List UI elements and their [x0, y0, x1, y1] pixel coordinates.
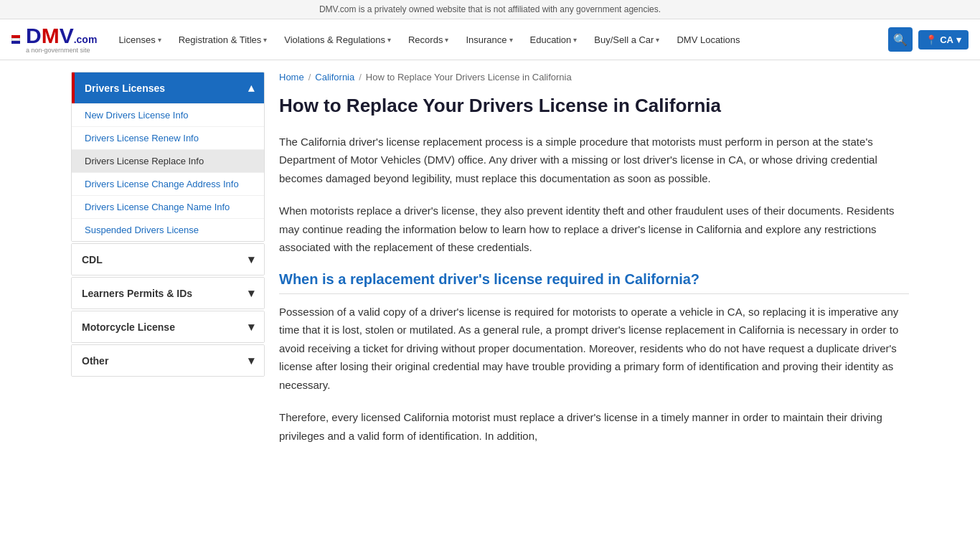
sidebar-label-drivers-licenses: Drivers Licenses [85, 83, 165, 94]
section1-paragraph-1: Possession of a valid copy of a driver's… [279, 303, 909, 395]
nav-violations[interactable]: Violations & Regulations ▾ [277, 29, 398, 51]
motorcycle-chevron: ▾ [248, 320, 254, 334]
breadcrumb: Home / California / How to Replace Your … [279, 72, 909, 83]
sidebar-header-other[interactable]: Other ▾ [72, 345, 264, 376]
sidebar-item-new-dl[interactable]: New Drivers License Info [72, 103, 264, 126]
nav-insurance[interactable]: Insurance ▾ [458, 29, 519, 51]
sidebar-label-cdl: CDL [82, 254, 103, 265]
logo-m: M [42, 25, 60, 47]
section1-paragraph-2: Therefore, every licensed California mot… [279, 408, 909, 445]
sidebar-section-cdl: CDL ▾ [71, 243, 265, 276]
announcement-text: DMV.com is a privately owned website tha… [319, 4, 661, 14]
sidebar-section-learners: Learners Permits & IDs ▾ [71, 277, 265, 309]
logo-com: .com [74, 34, 98, 44]
logo-sub: a non-government site [26, 47, 90, 54]
page-layout: Drivers Licenses ▴ New Drivers License I… [60, 60, 920, 471]
buysell-chevron: ▾ [656, 36, 659, 44]
sidebar-item-renew-dl[interactable]: Drivers License Renew Info [72, 126, 264, 149]
nav-buysell[interactable]: Buy/Sell a Car ▾ [587, 29, 666, 51]
location-label: CA [940, 34, 953, 45]
nav-registration[interactable]: Registration & Titles ▾ [171, 29, 275, 51]
cdl-chevron: ▾ [248, 253, 254, 266]
sidebar-submenu-drivers-licenses: New Drivers License Info Drivers License… [72, 103, 264, 241]
licenses-chevron: ▾ [158, 36, 161, 44]
education-chevron: ▾ [573, 36, 577, 44]
logo-d: D [26, 25, 42, 47]
intro-paragraph-2: When motorists replace a driver's licens… [279, 202, 909, 257]
nav-education[interactable]: Education ▾ [523, 29, 585, 51]
sidebar-item-change-name-dl[interactable]: Drivers License Change Name Info [72, 195, 264, 218]
search-icon: 🔍 [893, 33, 908, 47]
location-icon: 📍 [925, 34, 937, 45]
intro-paragraph-1: The California driver's license replacem… [279, 133, 909, 188]
sidebar-section-motorcycle: Motorcycle License ▾ [71, 311, 265, 343]
sidebar-section-other: Other ▾ [71, 344, 265, 377]
breadcrumb-state[interactable]: California [315, 72, 354, 83]
sidebar-header-drivers-licenses[interactable]: Drivers Licenses ▴ [72, 72, 264, 103]
drivers-licenses-chevron: ▴ [248, 81, 254, 95]
violations-chevron: ▾ [387, 36, 391, 44]
logo-area[interactable]: D M V .com a non-government site [11, 25, 97, 54]
sidebar-label-learners: Learners Permits & IDs [82, 288, 192, 299]
breadcrumb-current: How to Replace Your Drivers License in C… [366, 72, 572, 83]
nav-licenses[interactable]: Licenses ▾ [111, 29, 168, 51]
main-content: Home / California / How to Replace Your … [279, 72, 909, 459]
breadcrumb-sep-1: / [308, 72, 311, 83]
sidebar-label-other: Other [82, 355, 108, 367]
location-chevron: ▾ [956, 34, 961, 45]
logo-v: V [60, 25, 74, 47]
nav-locations[interactable]: DMV Locations [669, 29, 747, 51]
breadcrumb-home[interactable]: Home [279, 72, 304, 83]
header-right: 🔍 📍 CA ▾ [888, 27, 969, 52]
insurance-chevron: ▾ [509, 36, 513, 44]
main-nav: Licenses ▾ Registration & Titles ▾ Viola… [111, 29, 882, 51]
sidebar-header-motorcycle[interactable]: Motorcycle License ▾ [72, 311, 264, 342]
sidebar-header-cdl[interactable]: CDL ▾ [72, 244, 264, 275]
sidebar-header-learners[interactable]: Learners Permits & IDs ▾ [72, 278, 264, 309]
other-chevron: ▾ [248, 354, 254, 367]
registration-chevron: ▾ [263, 36, 267, 44]
sidebar-item-suspended-dl[interactable]: Suspended Drivers License [72, 218, 264, 241]
page-title: How to Replace Your Drivers License in C… [279, 94, 909, 118]
announcement-bar: DMV.com is a privately owned website tha… [0, 0, 980, 19]
sidebar-item-change-address-dl[interactable]: Drivers License Change Address Info [72, 172, 264, 195]
records-chevron: ▾ [445, 36, 448, 44]
section1-heading: When is a replacement driver's license r… [279, 271, 909, 294]
location-button[interactable]: 📍 CA ▾ [918, 30, 969, 50]
sidebar: Drivers Licenses ▴ New Drivers License I… [71, 72, 265, 459]
learners-chevron: ▾ [248, 286, 254, 300]
sidebar-label-motorcycle: Motorcycle License [82, 321, 175, 333]
nav-records[interactable]: Records ▾ [401, 29, 456, 51]
search-button[interactable]: 🔍 [888, 27, 913, 52]
sidebar-section-drivers-licenses: Drivers Licenses ▴ New Drivers License I… [71, 72, 265, 242]
logo-flag: D M V .com a non-government site [11, 25, 97, 54]
breadcrumb-sep-2: / [359, 72, 362, 83]
header: D M V .com a non-government site License… [0, 19, 980, 60]
sidebar-item-replace-dl[interactable]: Drivers License Replace Info [72, 149, 264, 172]
